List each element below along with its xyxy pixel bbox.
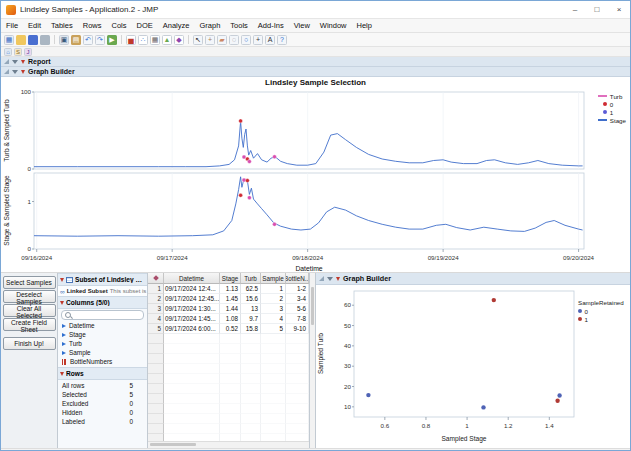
menu-file[interactable]: File <box>1 19 23 32</box>
docking-corner-icon[interactable] <box>319 276 324 281</box>
column-item-stage[interactable]: Stage <box>58 330 147 339</box>
paste-icon[interactable]: ▤ <box>71 35 81 45</box>
main-chart-plot[interactable]: 01000109/16/202409/17/202409/18/202409/1… <box>1 77 630 272</box>
red-triangle-menu-icon[interactable] <box>60 278 64 282</box>
cell[interactable]: 9.7 <box>241 314 261 324</box>
outline-disclosure-icon[interactable] <box>12 60 18 64</box>
column-header-bottlen[interactable]: BottleN... <box>286 273 309 284</box>
column-header-datetime[interactable]: Datetime <box>164 273 220 284</box>
cell[interactable]: 1.08 <box>220 314 241 324</box>
menu-addins[interactable]: Add-Ins <box>253 19 289 32</box>
grabber-tool-icon[interactable]: + <box>205 35 215 45</box>
finish-up-button[interactable]: Finish Up! <box>3 337 56 350</box>
legend-item-stage[interactable]: Stage <box>598 116 626 124</box>
menu-view[interactable]: View <box>289 19 315 32</box>
docking-corner-icon[interactable] <box>4 69 9 74</box>
cell[interactable]: 5-6 <box>286 304 309 314</box>
print-icon[interactable] <box>40 35 50 45</box>
distribution-icon[interactable]: ▅ <box>126 35 136 45</box>
scrollbar-thumb[interactable] <box>311 287 314 325</box>
cell[interactable]: 4 <box>261 314 286 324</box>
menu-tools[interactable]: Tools <box>225 19 253 32</box>
cell[interactable]: 3-4 <box>286 294 309 304</box>
brush-tool-icon[interactable]: ▰ <box>217 35 227 45</box>
legend-item-1[interactable]: 1 <box>598 108 626 116</box>
table-row[interactable]: 209/17/2024 12:45...1.4515.623-4 <box>148 294 309 304</box>
table-row[interactable]: 509/17/2024 6:00...0.5215.859-10 <box>148 324 309 334</box>
menu-tables[interactable]: Tables <box>46 19 78 32</box>
column-item-sample[interactable]: Sample <box>58 348 147 357</box>
maximize-button[interactable]: □ <box>586 1 608 18</box>
cell[interactable]: 7-8 <box>286 314 309 324</box>
legend-item-0[interactable]: 0 <box>598 100 626 108</box>
crosshair-tool-icon[interactable]: + <box>253 35 263 45</box>
fit-y-by-x-icon[interactable]: ∴ <box>138 35 148 45</box>
menu-rows[interactable]: Rows <box>78 19 107 32</box>
undo-icon[interactable]: ↶ <box>83 35 93 45</box>
cell[interactable]: 1.45 <box>220 294 241 304</box>
red-triangle-menu-icon[interactable] <box>21 60 25 64</box>
cell[interactable]: 1.13 <box>220 284 241 294</box>
minimize-button[interactable]: – <box>564 1 586 18</box>
linked-subset-script-item[interactable]: ∞ Linked Subset This subset is link... <box>58 286 147 296</box>
cell[interactable]: 9-10 <box>286 324 309 334</box>
cell[interactable]: 09/17/2024 1:45... <box>164 314 220 324</box>
table-row[interactable]: 309/17/2024 1:30...1.441335-6 <box>148 304 309 314</box>
red-triangle-menu-icon[interactable] <box>60 301 64 305</box>
select-samples-button[interactable]: Select Samples <box>3 276 56 289</box>
cell[interactable]: 1 <box>261 284 286 294</box>
outline-disclosure-icon[interactable] <box>327 277 333 281</box>
save-icon[interactable] <box>28 35 38 45</box>
table-row[interactable]: 409/17/2024 1:45...1.089.747-8 <box>148 314 309 324</box>
cell[interactable]: 09/17/2024 12:45... <box>164 294 220 304</box>
column-item-datetime[interactable]: Datetime <box>58 321 147 330</box>
red-triangle-menu-icon[interactable] <box>336 277 340 281</box>
legend-item-turb[interactable]: Turb <box>598 92 626 100</box>
run-script-icon[interactable]: ▶ <box>107 35 117 45</box>
journal-icon[interactable]: J <box>24 48 32 56</box>
cell[interactable]: 1.44 <box>220 304 241 314</box>
cell[interactable]: 15.8 <box>241 324 261 334</box>
cell[interactable]: 09/17/2024 6:00... <box>164 324 220 334</box>
menu-window[interactable]: Window <box>315 19 352 32</box>
close-button[interactable]: × <box>608 1 630 18</box>
redo-icon[interactable]: ↷ <box>95 35 105 45</box>
arrow-tool-icon[interactable]: ↖ <box>193 35 203 45</box>
outline-disclosure-icon[interactable] <box>12 70 18 74</box>
horizontal-scrollbar[interactable] <box>148 441 309 448</box>
scatterplot-3d-icon[interactable]: ◆ <box>174 35 184 45</box>
graph-builder-icon[interactable]: ▲ <box>162 35 172 45</box>
column-header-turb[interactable]: Turb <box>241 273 261 284</box>
cell[interactable]: 0.52 <box>220 324 241 334</box>
menu-doe[interactable]: DOE <box>132 19 158 32</box>
menu-cols[interactable]: Cols <box>106 19 131 32</box>
cell[interactable]: 09/17/2024 12:4... <box>164 284 220 294</box>
cell[interactable]: 3 <box>261 304 286 314</box>
new-script-icon[interactable]: S <box>14 48 22 56</box>
magnifier-tool-icon[interactable]: ○ <box>241 35 251 45</box>
create-field-sheet-button[interactable]: Create Field Sheet <box>3 318 56 331</box>
menu-analyze[interactable]: Analyze <box>158 19 195 32</box>
columns-search-input[interactable] <box>61 310 144 320</box>
column-header-sample[interactable]: Sample <box>261 273 286 284</box>
lasso-tool-icon[interactable]: ◌ <box>229 35 239 45</box>
new-data-table-icon[interactable]: ▦ <box>4 35 14 45</box>
copy-icon[interactable]: ▣ <box>59 35 69 45</box>
red-triangle-menu-icon[interactable] <box>21 70 25 74</box>
cell[interactable]: 15.6 <box>241 294 261 304</box>
table-row[interactable]: 109/17/2024 12:4...1.1362.511-2 <box>148 284 309 294</box>
legend-item-0[interactable]: 0 <box>578 307 624 315</box>
docking-corner-icon[interactable] <box>4 59 9 64</box>
menu-edit[interactable]: Edit <box>23 19 46 32</box>
scrollbar-thumb[interactable] <box>150 443 196 446</box>
cell[interactable]: 09/17/2024 1:30... <box>164 304 220 314</box>
cell[interactable]: 5 <box>261 324 286 334</box>
help-tool-icon[interactable]: ? <box>277 35 287 45</box>
column-header-stage[interactable]: Stage <box>220 273 241 284</box>
cell[interactable]: 2 <box>261 294 286 304</box>
menu-graph[interactable]: Graph <box>194 19 225 32</box>
tabulate-icon[interactable]: ▦ <box>150 35 160 45</box>
cell[interactable]: 62.5 <box>241 284 261 294</box>
home-window-icon[interactable]: ⌂ <box>4 48 12 56</box>
legend-item-1[interactable]: 1 <box>578 315 624 323</box>
